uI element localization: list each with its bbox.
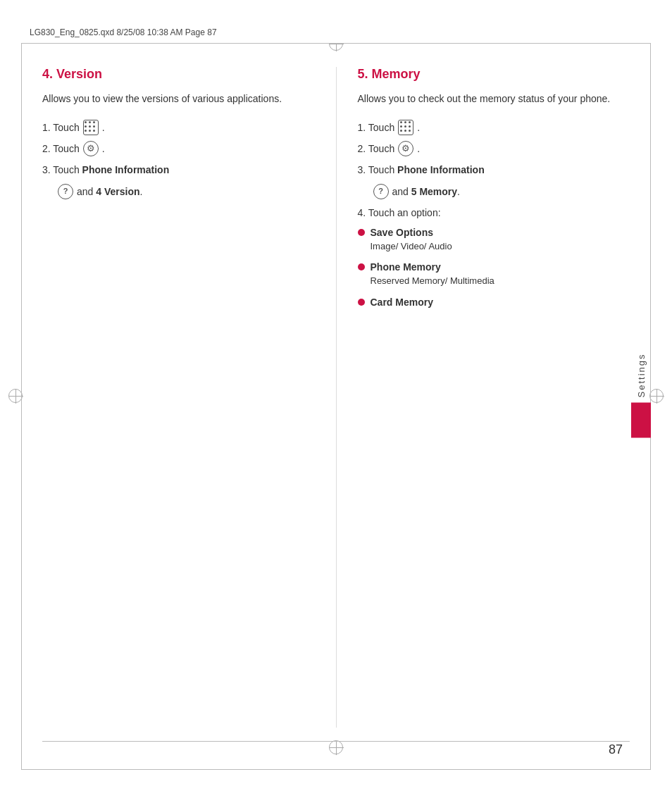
left-step-1-num: 1. Touch [42, 120, 80, 135]
bullet-dot-3 [358, 299, 365, 306]
right-step-2-num: 2. Touch [358, 141, 395, 156]
bullet-label-2: Phone Memory [371, 261, 441, 273]
bullet-dot-1 [358, 229, 365, 236]
bullet-dot-2 [358, 263, 365, 270]
settings-bar [631, 403, 651, 438]
bullet-header-3: Card Memory [358, 297, 630, 308]
right-step-1-num: 1. Touch [358, 120, 395, 135]
bullet-list: Save Options Image/ Video/ Audio Phone M… [358, 227, 630, 308]
bottom-line [42, 741, 630, 742]
left-step-2-num: 2. Touch [42, 141, 80, 156]
bullet-header-2: Phone Memory [358, 261, 630, 273]
left-step-2-gear-icon: ⚙ [83, 141, 99, 156]
left-step-1-menu-icon [83, 120, 99, 135]
reg-mark-left [8, 389, 23, 403]
bullet-header-1: Save Options [358, 227, 630, 238]
settings-tab: Settings [631, 353, 651, 438]
reg-mark-right [649, 389, 664, 403]
right-step-3-text2: and 5 Memory. [392, 184, 461, 199]
right-section-desc: Allows you to check out the memory statu… [358, 92, 630, 107]
left-step-1-period: . [102, 120, 105, 135]
right-step-1: 1. Touch . [358, 120, 630, 135]
bullet-sub-2: Reserved Memory/ Multimedia [358, 274, 630, 288]
right-step-2: 2. Touch ⚙ . [358, 141, 630, 156]
header-file-info: LG830_Eng_0825.qxd 8/25/08 10:38 AM Page… [30, 27, 217, 37]
right-step-3-circle-icon: ? [373, 184, 389, 199]
right-step-4: 4. Touch an option: [358, 205, 630, 220]
right-step-2-period: . [417, 141, 420, 156]
right-section-title: 5. Memory [358, 67, 630, 82]
left-step-1: 1. Touch . [42, 120, 315, 135]
bullet-item-2: Phone Memory Reserved Memory/ Multimedia [358, 261, 630, 288]
left-step-2: 2. Touch ⚙ . [42, 141, 315, 156]
left-step-3: 3. Touch Phone Information [42, 162, 315, 177]
right-step-2-gear-icon: ⚙ [398, 141, 413, 156]
content-area: 4. Version Allows you to view the versio… [42, 67, 630, 728]
header-bar: LG830_Eng_0825.qxd 8/25/08 10:38 AM Page… [21, 21, 651, 44]
bullet-label-1: Save Options [371, 227, 433, 238]
bullet-item-3: Card Memory [358, 297, 630, 308]
right-step-4-text: 4. Touch an option: [358, 205, 441, 220]
left-column: 4. Version Allows you to view the versio… [42, 67, 337, 728]
bullet-label-3: Card Memory [371, 297, 433, 308]
right-step-3-text: 3. Touch Phone Information [358, 162, 485, 177]
left-step-3-cont: ? and 4 Version. [42, 184, 315, 199]
settings-label: Settings [636, 353, 647, 397]
right-step-3-cont: ? and 5 Memory. [358, 184, 630, 199]
right-step-1-menu-icon [398, 120, 413, 135]
left-step-2-period: . [102, 141, 105, 156]
left-section-desc: Allows you to view the versions of vario… [42, 92, 315, 107]
left-section-title: 4. Version [42, 67, 315, 82]
right-step-1-period: . [417, 120, 420, 135]
page-number: 87 [609, 742, 623, 757]
bullet-sub-1: Image/ Video/ Audio [358, 239, 630, 254]
bullet-item-1: Save Options Image/ Video/ Audio [358, 227, 630, 254]
left-step-3-circle-icon: ? [58, 184, 73, 199]
left-step-3-num: 3. Touch Phone Information [42, 162, 169, 177]
left-step-3-text: and 4 Version. [77, 184, 142, 199]
right-column: 5. Memory Allows you to check out the me… [337, 67, 630, 728]
right-step-3: 3. Touch Phone Information [358, 162, 630, 177]
